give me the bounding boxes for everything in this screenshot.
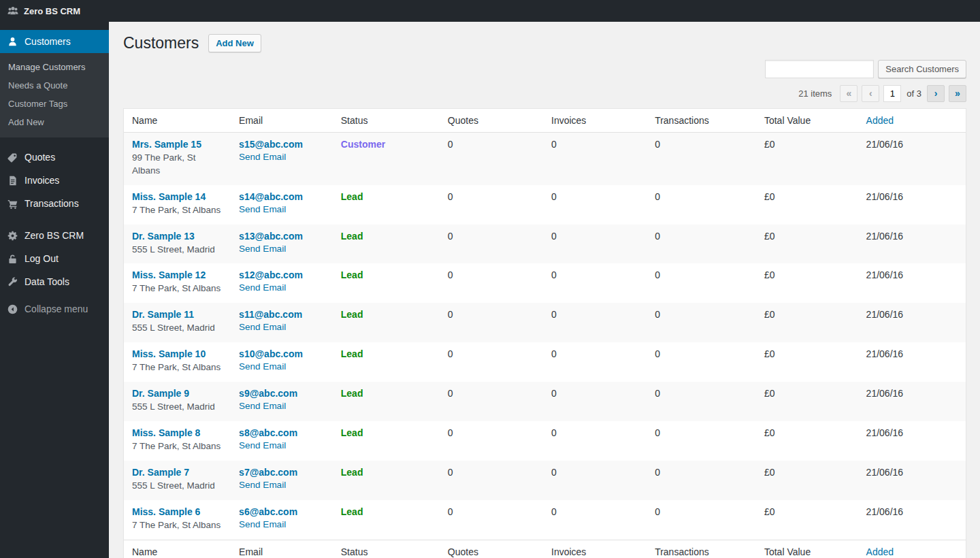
send-email-link[interactable]: Send Email xyxy=(239,282,286,293)
next-page-button[interactable]: › xyxy=(927,85,945,102)
customer-address: 555 L Street, Madrid xyxy=(132,322,223,335)
customer-email-link[interactable]: s6@abc.com xyxy=(239,506,297,517)
table-row: Dr. Sample 7 555 L Street, Madrid s7@abc… xyxy=(124,461,966,500)
first-page-button[interactable]: « xyxy=(840,85,858,102)
sidebar-subitem-customer-tags[interactable]: Customer Tags xyxy=(0,95,109,113)
customer-email-link[interactable]: s13@abc.com xyxy=(239,231,303,242)
invoices-count: 0 xyxy=(543,461,647,500)
customer-address: 555 L Street, Madrid xyxy=(132,244,223,257)
column-header-added-sortable[interactable]: Added xyxy=(858,540,966,558)
table-row: Dr. Sample 11 555 L Street, Madrid s11@a… xyxy=(124,303,966,342)
transactions-count: 0 xyxy=(647,382,756,421)
sidebar: Customers Manage Customers Needs a Quote… xyxy=(0,22,109,558)
date-added: 21/06/16 xyxy=(858,421,966,461)
total-value: £0 xyxy=(756,461,858,500)
content-area: Customers Add New Search Customers 21 it… xyxy=(109,22,980,558)
customer-name-link[interactable]: Mrs. Sample 15 xyxy=(132,139,201,150)
transactions-count: 0 xyxy=(647,133,756,185)
sidebar-item-label: Invoices xyxy=(24,175,59,186)
current-page-input[interactable] xyxy=(883,85,901,102)
total-value: £0 xyxy=(756,185,858,225)
sidebar-item-transactions[interactable]: Transactions xyxy=(0,192,109,215)
total-value: £0 xyxy=(756,133,858,185)
customer-address: 99 The Park, St Albans xyxy=(132,152,223,178)
customer-email-link[interactable]: s14@abc.com xyxy=(239,191,303,202)
total-value: £0 xyxy=(756,421,858,461)
sidebar-item-customers[interactable]: Customers xyxy=(0,30,109,53)
send-email-link[interactable]: Send Email xyxy=(239,244,286,254)
column-header-email: Email xyxy=(231,109,333,133)
customer-address: 7 The Park, St Albans xyxy=(132,519,223,532)
sidebar-item-data-tools[interactable]: Data Tools xyxy=(0,270,109,293)
gear-icon xyxy=(5,229,19,242)
sidebar-subitem-needs-a-quote[interactable]: Needs a Quote xyxy=(0,76,109,95)
customer-email-link[interactable]: s8@abc.com xyxy=(239,427,297,438)
customer-email-link[interactable]: s11@abc.com xyxy=(239,309,302,320)
customer-name-link[interactable]: Miss. Sample 12 xyxy=(132,269,206,280)
customer-email-link[interactable]: s12@abc.com xyxy=(239,269,303,280)
column-header-total-value: Total Value xyxy=(756,540,858,558)
search-input[interactable] xyxy=(765,60,874,78)
customer-name-link[interactable]: Miss. Sample 10 xyxy=(132,348,206,359)
groups-icon xyxy=(7,5,19,17)
table-row: Miss. Sample 10 7 The Park, St Albans s1… xyxy=(124,342,966,382)
sidebar-item-zero-bs-crm[interactable]: Zero BS CRM xyxy=(0,224,109,247)
collapse-menu-button[interactable]: Collapse menu xyxy=(0,297,109,321)
customer-name-link[interactable]: Dr. Sample 9 xyxy=(132,388,189,399)
status-badge: Lead xyxy=(341,427,363,438)
status-badge: Customer xyxy=(341,139,385,150)
send-email-link[interactable]: Send Email xyxy=(239,401,286,411)
customer-email-link[interactable]: s15@abc.com xyxy=(239,139,303,150)
admin-bar-brand[interactable]: Zero BS CRM xyxy=(0,0,87,22)
add-new-button[interactable]: Add New xyxy=(208,34,261,52)
prev-page-button[interactable]: ‹ xyxy=(862,85,879,102)
send-email-link[interactable]: Send Email xyxy=(239,152,286,162)
table-row: Miss. Sample 6 7 The Park, St Albans s6@… xyxy=(124,500,966,540)
column-header-name: Name xyxy=(124,109,231,133)
customer-name-link[interactable]: Miss. Sample 6 xyxy=(132,506,200,517)
customer-address: 7 The Park, St Albans xyxy=(132,361,223,374)
search-customers-button[interactable]: Search Customers xyxy=(878,60,966,78)
send-email-link[interactable]: Send Email xyxy=(239,440,286,450)
table-row: Miss. Sample 14 7 The Park, St Albans s1… xyxy=(124,185,966,225)
sidebar-subitem-manage-customers[interactable]: Manage Customers xyxy=(0,58,109,76)
customer-name-link[interactable]: Miss. Sample 8 xyxy=(132,427,200,438)
status-badge: Lead xyxy=(341,231,363,242)
sidebar-item-label: Transactions xyxy=(24,198,79,209)
sidebar-subitem-add-new[interactable]: Add New xyxy=(0,113,109,131)
transactions-count: 0 xyxy=(647,185,756,225)
customer-name-link[interactable]: Miss. Sample 14 xyxy=(132,191,206,202)
column-header-added-sortable[interactable]: Added xyxy=(858,109,966,133)
column-header-status: Status xyxy=(333,109,440,133)
date-added: 21/06/16 xyxy=(858,185,966,225)
customer-name-link[interactable]: Dr. Sample 11 xyxy=(132,309,194,320)
send-email-link[interactable]: Send Email xyxy=(239,322,286,332)
quotes-count: 0 xyxy=(440,225,543,264)
date-added: 21/06/16 xyxy=(858,225,966,264)
cart-icon xyxy=(5,197,19,210)
customer-email-link[interactable]: s10@abc.com xyxy=(239,348,303,359)
invoices-count: 0 xyxy=(543,421,647,461)
customer-name-link[interactable]: Dr. Sample 7 xyxy=(132,467,189,478)
column-header-email: Email xyxy=(231,540,333,558)
pagination-top: 21 items « ‹ of 3 › » xyxy=(123,85,966,102)
table-row: Dr. Sample 13 555 L Street, Madrid s13@a… xyxy=(124,225,966,264)
total-value: £0 xyxy=(756,263,858,303)
send-email-link[interactable]: Send Email xyxy=(239,361,286,372)
invoices-count: 0 xyxy=(543,382,647,421)
column-header-name: Name xyxy=(124,540,231,558)
sidebar-item-quotes[interactable]: Quotes xyxy=(0,146,109,169)
date-added: 21/06/16 xyxy=(858,382,966,421)
sidebar-item-invoices[interactable]: Invoices xyxy=(0,169,109,192)
customer-name-link[interactable]: Dr. Sample 13 xyxy=(132,231,195,242)
sidebar-item-log-out[interactable]: Log Out xyxy=(0,247,109,270)
send-email-link[interactable]: Send Email xyxy=(239,204,286,214)
last-page-button[interactable]: » xyxy=(949,85,966,102)
customer-email-link[interactable]: s7@abc.com xyxy=(239,467,297,478)
customer-email-link[interactable]: s9@abc.com xyxy=(239,388,297,399)
send-email-link[interactable]: Send Email xyxy=(239,480,286,490)
status-badge: Lead xyxy=(341,309,363,320)
invoices-count: 0 xyxy=(543,263,647,303)
customers-table: Name Email Status Quotes Invoices Transa… xyxy=(123,108,966,558)
send-email-link[interactable]: Send Email xyxy=(239,519,286,529)
